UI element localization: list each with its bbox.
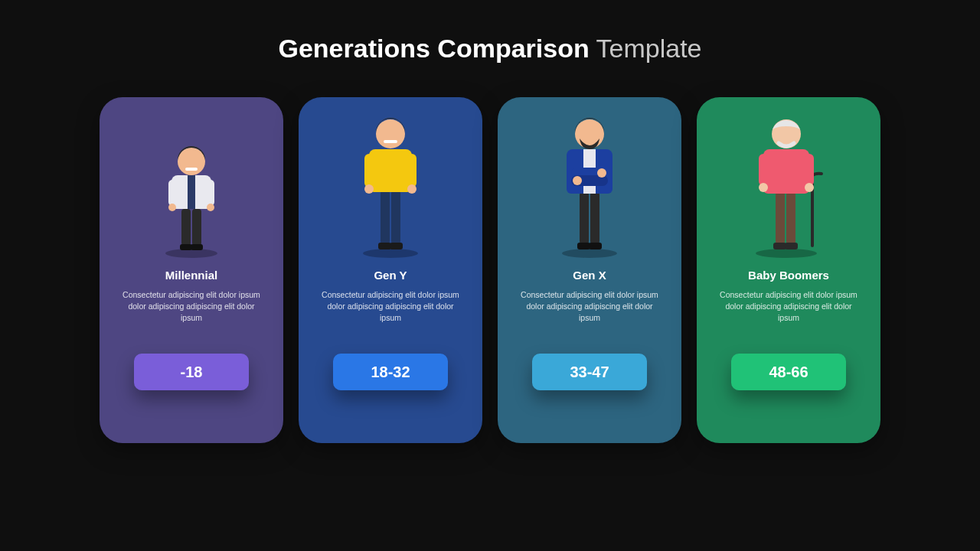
svg-rect-16 (378, 243, 391, 249)
svg-point-0 (165, 249, 217, 258)
card-title: Baby Boomers (748, 269, 829, 282)
card-desc: Consectetur adipiscing elit dolor ipsum … (118, 289, 265, 337)
svg-point-13 (363, 249, 418, 258)
person-adult-icon (516, 97, 663, 266)
svg-rect-40 (759, 154, 768, 186)
svg-rect-38 (773, 243, 786, 249)
svg-point-43 (805, 183, 814, 192)
age-chip: -18 (134, 354, 249, 390)
svg-rect-4 (207, 180, 214, 206)
svg-point-32 (597, 168, 606, 178)
svg-point-21 (407, 184, 416, 194)
person-kid-icon (118, 97, 265, 266)
age-chip: 48-66 (731, 354, 846, 390)
title-bold: Generations Comparison (279, 34, 590, 63)
svg-point-6 (207, 204, 214, 211)
svg-rect-18 (364, 154, 374, 187)
svg-rect-3 (168, 180, 176, 206)
age-chip: 18-32 (333, 354, 448, 390)
person-young-adult-icon (317, 97, 464, 266)
card-baby-boomers: Baby Boomers Consectetur adipiscing elit… (697, 97, 880, 443)
svg-rect-36 (776, 192, 785, 244)
svg-rect-26 (590, 192, 599, 244)
svg-rect-15 (391, 191, 400, 244)
svg-rect-28 (589, 243, 602, 249)
card-title: Gen Y (374, 269, 407, 282)
svg-point-42 (759, 183, 768, 192)
svg-rect-14 (381, 191, 390, 244)
svg-point-24 (562, 249, 617, 258)
svg-rect-23 (384, 140, 397, 143)
svg-rect-27 (577, 243, 590, 249)
card-title: Millennial (165, 269, 217, 282)
svg-rect-39 (785, 243, 798, 249)
svg-rect-19 (407, 154, 416, 187)
card-desc: Consectetur adipiscing elit dolor ipsum … (516, 289, 663, 337)
svg-rect-10 (191, 244, 203, 250)
svg-point-31 (573, 176, 582, 185)
svg-rect-12 (185, 168, 198, 171)
svg-point-33 (575, 119, 604, 148)
svg-point-5 (168, 204, 176, 211)
svg-point-34 (756, 249, 817, 258)
cards-row: Millennial Consectetur adipiscing elit d… (0, 97, 980, 443)
card-millennial: Millennial Consectetur adipiscing elit d… (100, 97, 283, 443)
svg-rect-41 (805, 154, 814, 186)
svg-point-11 (178, 148, 205, 175)
card-desc: Consectetur adipiscing elit dolor ipsum … (317, 289, 464, 337)
card-gen-y: Gen Y Consectetur adipiscing elit dolor … (299, 97, 482, 443)
title-rest: Template (590, 34, 702, 63)
svg-point-20 (364, 184, 374, 194)
card-gen-x: Gen X Consectetur adipiscing elit dolor … (498, 97, 681, 443)
card-title: Gen X (573, 269, 606, 282)
svg-rect-8 (192, 209, 201, 246)
svg-rect-2 (188, 175, 195, 209)
svg-point-22 (376, 119, 405, 148)
svg-rect-35 (811, 183, 814, 247)
page-title: Generations Comparison Template (0, 0, 980, 64)
card-desc: Consectetur adipiscing elit dolor ipsum … (715, 289, 862, 337)
svg-rect-17 (390, 243, 403, 249)
age-chip: 33-47 (532, 354, 647, 390)
svg-rect-37 (786, 192, 795, 244)
svg-rect-9 (180, 244, 192, 250)
svg-rect-25 (580, 192, 589, 244)
svg-rect-7 (181, 209, 191, 246)
person-senior-icon (715, 97, 862, 266)
